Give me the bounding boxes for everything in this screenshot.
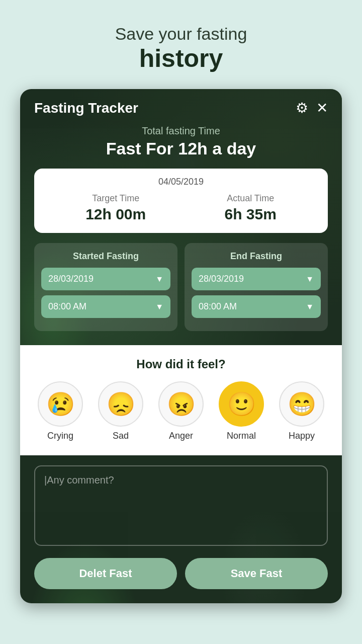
feeling-crying-emoji: 😢	[38, 381, 83, 427]
end-time-value: 08:00 AM	[199, 301, 237, 312]
feeling-sad-label: Sad	[113, 431, 129, 441]
start-date-dropdown[interactable]: 28/03/2019 ▼	[41, 268, 170, 290]
target-time-block: Target Time 12h 00m	[85, 193, 146, 223]
end-date-arrow-icon: ▼	[306, 275, 314, 284]
save-button[interactable]: Save Fast	[185, 558, 328, 589]
feeling-happy-emoji: 😁	[279, 381, 324, 427]
feeling-options: 😢Crying😞Sad😠Anger🙂Normal😁Happy	[30, 381, 332, 441]
actual-time-block: Actual Time 6h 35m	[224, 193, 276, 223]
feeling-happy[interactable]: 😁Happy	[279, 381, 324, 441]
feeling-normal[interactable]: 🙂Normal	[219, 381, 264, 441]
feeling-sad-emoji: 😞	[98, 381, 143, 427]
fasting-dates: Started Fasting 28/03/2019 ▼ 08:00 AM ▼ …	[34, 243, 328, 331]
feeling-anger-label: Anger	[169, 431, 193, 441]
summary-date: 04/05/2019	[46, 177, 316, 187]
card-bottom: Delet Fast Save Fast	[20, 455, 342, 603]
fasting-info: Total fasting Time Fast For 12h a day	[34, 125, 328, 158]
end-fasting-label: End Fasting	[192, 251, 321, 262]
start-date-arrow-icon: ▼	[155, 275, 163, 284]
end-date-dropdown[interactable]: 28/03/2019 ▼	[192, 268, 321, 290]
start-time-dropdown[interactable]: 08:00 AM ▼	[41, 295, 170, 318]
settings-button[interactable]: ⚙	[296, 101, 308, 115]
target-time-value: 12h 00m	[85, 206, 146, 223]
tracker-title-row: Fasting Tracker ⚙ ✕	[34, 100, 328, 116]
card-header: Fasting Tracker ⚙ ✕ Total fasting Time F…	[34, 100, 328, 331]
feeling-crying[interactable]: 😢Crying	[38, 381, 83, 441]
actual-time-value: 6h 35m	[224, 206, 276, 223]
feeling-sad[interactable]: 😞Sad	[98, 381, 143, 441]
comment-input[interactable]	[34, 465, 328, 546]
fasting-goal: Fast For 12h a day	[34, 139, 328, 158]
end-time-arrow-icon: ▼	[306, 302, 314, 311]
start-time-value: 08:00 AM	[48, 301, 86, 312]
start-fasting-block: Started Fasting 28/03/2019 ▼ 08:00 AM ▼	[34, 243, 177, 331]
start-date-value: 28/03/2019	[48, 274, 94, 284]
end-date-value: 28/03/2019	[199, 274, 244, 284]
feeling-crying-label: Crying	[47, 431, 73, 441]
page-subtitle: Save your fasting	[115, 24, 247, 44]
card-dark-section: Fasting Tracker ⚙ ✕ Total fasting Time F…	[20, 89, 342, 345]
feeling-normal-emoji: 🙂	[219, 381, 264, 427]
action-buttons: Delet Fast Save Fast	[34, 558, 328, 589]
tracker-title: Fasting Tracker	[34, 100, 138, 116]
start-time-arrow-icon: ▼	[155, 302, 163, 311]
close-button[interactable]: ✕	[316, 101, 328, 115]
summary-times: Target Time 12h 00m Actual Time 6h 35m	[46, 193, 316, 223]
feeling-title: How did it feel?	[30, 357, 332, 371]
feeling-anger[interactable]: 😠Anger	[158, 381, 204, 441]
feeling-section: How did it feel? 😢Crying😞Sad😠Anger🙂Norma…	[20, 345, 342, 455]
page-title: history	[115, 44, 247, 73]
feeling-anger-emoji: 😠	[158, 381, 204, 427]
start-fasting-label: Started Fasting	[41, 251, 170, 262]
feeling-normal-label: Normal	[227, 431, 256, 441]
delete-button[interactable]: Delet Fast	[34, 558, 177, 589]
icon-row: ⚙ ✕	[296, 101, 328, 115]
end-fasting-block: End Fasting 28/03/2019 ▼ 08:00 AM ▼	[185, 243, 328, 331]
end-time-dropdown[interactable]: 08:00 AM ▼	[192, 295, 321, 318]
main-card: Fasting Tracker ⚙ ✕ Total fasting Time F…	[20, 89, 342, 603]
feeling-happy-label: Happy	[289, 431, 315, 441]
actual-time-label: Actual Time	[224, 193, 276, 204]
target-time-label: Target Time	[85, 193, 146, 204]
page-header: Save your fasting history	[115, 24, 247, 73]
summary-card: 04/05/2019 Target Time 12h 00m Actual Ti…	[34, 169, 328, 233]
total-fasting-label: Total fasting Time	[34, 125, 328, 137]
